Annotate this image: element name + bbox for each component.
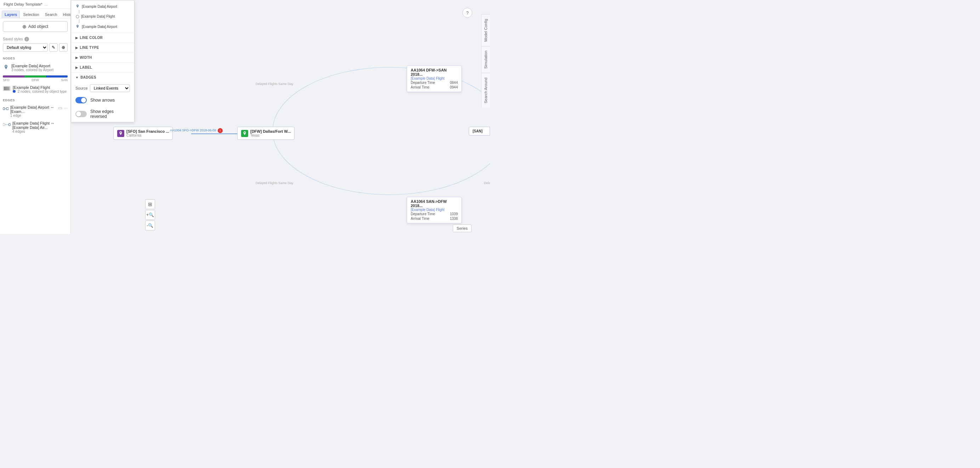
saved-styles-select[interactable]: Default styling	[3, 43, 48, 52]
zoom-out-btn[interactable]: -🔍	[145, 221, 155, 231]
edge-badge: 1	[218, 128, 223, 133]
info-box-top-link: [Example Data] Flight	[411, 76, 458, 80]
node-airport-icon	[3, 64, 9, 70]
right-tab-search-around[interactable]: Search Around	[482, 73, 490, 108]
section-line-type: ▶ LINE TYPE	[71, 43, 134, 53]
node-airport-desc: 3 nodes, colored by Airport	[11, 68, 68, 72]
canvas-node-san[interactable]: [SAN]	[469, 127, 490, 135]
dfw-icon	[241, 130, 248, 137]
edge-more-btn[interactable]: ···	[64, 105, 68, 110]
app-container: Flight Delay Template* ... Layers Select…	[0, 0, 490, 234]
svg-rect-2	[6, 108, 8, 110]
edge-flight-airport-desc: 4 edges	[13, 130, 68, 134]
label-header[interactable]: ▶ LABEL	[71, 63, 134, 72]
source-select[interactable]: Linked Events	[90, 84, 130, 92]
width-arrow: ▶	[75, 56, 78, 59]
node-flight-icon	[3, 86, 11, 91]
section-width: ▶ WIDTH	[71, 53, 134, 63]
zoom-in-btn[interactable]: +🔍	[145, 210, 155, 220]
edge-flight-airport-name: [Example Data] Flight ↔ [Example Data] A…	[13, 121, 68, 130]
right-tab-model-config[interactable]: Model Config	[482, 14, 490, 46]
edit-style-btn[interactable]: ✎	[49, 43, 58, 52]
sfo-title: [SFO] San Francisco ... California	[126, 129, 169, 137]
add-style-btn[interactable]: ⊕	[59, 43, 68, 52]
label-arrow: ▶	[75, 66, 78, 69]
svg-point-0	[3, 108, 5, 110]
line-type-header[interactable]: ▶ LINE TYPE	[71, 43, 134, 53]
chain-item-1: [Example Data] Flight	[75, 14, 130, 18]
svg-text:Delayed Flights Same Day: Delayed Flights Same Day	[484, 181, 490, 185]
fit-to-screen-btn[interactable]: ⊞	[145, 199, 155, 209]
canvas-node-sfo[interactable]: [SFO] San Francisco ... California	[113, 127, 173, 140]
edge-airport-flight-info: [Example Data] Airport ↔ [Exam... 1 edge	[10, 105, 56, 118]
node-airport[interactable]: [Example Data] Airport 3 nodes, colored …	[0, 62, 70, 74]
node-flight-name: [Example Data] Flight	[13, 85, 68, 89]
edge-airport-flight[interactable]: [Example Data] Airport ↔ [Exam... 1 edge…	[0, 103, 70, 119]
edge-airport-flight-icons	[3, 106, 8, 111]
svg-rect-3	[3, 124, 5, 126]
app-title-suffix: ...	[44, 2, 48, 6]
airport-color-labels: SFO DFW SAN	[0, 78, 70, 82]
saved-styles-label: Saved styles i	[3, 37, 68, 41]
chain-item-2: [Example Data] Airport	[75, 23, 130, 30]
info-box-bottom-link: [Example Data] Flight	[411, 208, 458, 212]
info-box-bottom-title: AA1064 SAN->DFW 2018...	[411, 199, 458, 208]
info-box-bottom: AA1064 SAN->DFW 2018... [Example Data] F…	[407, 197, 462, 223]
node-flight[interactable]: [Example Data] Flight 2 nodes, colored b…	[0, 83, 70, 96]
edges-section-header: EDGES	[0, 96, 70, 103]
edge-edit-btn[interactable]: ▭	[58, 105, 62, 110]
label-section-label: LABEL	[80, 65, 92, 69]
node-flight-desc: 2 nodes, colored by object type	[13, 89, 68, 94]
show-arrows-toggle[interactable]	[75, 97, 87, 103]
line-color-header[interactable]: ▶ LINE COLOR	[71, 33, 134, 43]
sidebar-tabs: Layers Selection Search Histogram Info «	[0, 9, 70, 18]
node-flight-info: [Example Data] Flight 2 nodes, colored b…	[13, 85, 68, 94]
info-row-departure2: Departure Time 1039	[411, 212, 458, 216]
section-badges: ▼ BADGES Source Linked Events Show arrow…	[71, 73, 134, 122]
line-color-label: LINE COLOR	[80, 36, 103, 40]
tab-selection[interactable]: Selection	[21, 11, 41, 18]
source-label: Source	[75, 86, 88, 90]
app-title-text: Flight Delay Template*	[3, 2, 43, 6]
add-object-button[interactable]: ⊕ Add object	[3, 21, 68, 32]
edge-flight-airport[interactable]: [Example Data] Flight ↔ [Example Data] A…	[0, 119, 70, 135]
edge-flight-airport-icons	[3, 122, 11, 127]
help-button[interactable]: ?	[462, 8, 472, 18]
section-line-color: ▶ LINE COLOR	[71, 33, 134, 43]
edge-airport-flight-actions: ▭ ···	[58, 105, 68, 110]
color-label-sfo: SFO	[3, 78, 10, 82]
edge-flight-airport-info: [Example Data] Flight ↔ [Example Data] A…	[13, 121, 68, 134]
canvas-area[interactable]: ? [Example Data] Airport [Example Data] …	[71, 0, 490, 234]
show-arrows-label: Show arrows	[90, 98, 115, 103]
series-button[interactable]: Series	[453, 224, 472, 232]
width-header[interactable]: ▶ WIDTH	[71, 53, 134, 62]
line-color-arrow: ▶	[75, 36, 78, 40]
sfo-icon	[117, 130, 124, 137]
color-label-san: SAN	[61, 78, 68, 82]
line-type-arrow: ▶	[75, 46, 78, 49]
svg-text:Delayed Flights Same Day: Delayed Flights Same Day	[256, 82, 293, 86]
show-edges-reversed-toggle[interactable]	[75, 111, 87, 117]
node-airport-info: [Example Data] Airport 3 nodes, colored …	[11, 64, 68, 72]
right-tab-simulation[interactable]: Simulation	[482, 46, 490, 73]
svg-text:Delayed Flights Same Day: Delayed Flights Same Day	[256, 181, 293, 185]
canvas-node-dfw[interactable]: [DFW] Dallas/Fort W... Texas	[237, 127, 294, 140]
tab-layers[interactable]: Layers	[2, 11, 20, 18]
line-type-label: LINE TYPE	[80, 46, 99, 49]
show-arrows-row: Show arrows	[71, 94, 134, 106]
section-label: ▶ LABEL	[71, 63, 134, 73]
svg-point-6	[76, 15, 79, 18]
badges-label: BADGES	[80, 75, 96, 79]
badges-header[interactable]: ▼ BADGES	[71, 73, 134, 82]
info-box-top-title: AA1064 DFW->SAN 2018...	[411, 68, 458, 76]
edge-airport-flight-name: [Example Data] Airport ↔ [Exam...	[10, 105, 56, 114]
saved-styles-section: Saved styles i Default styling ✎ ⊕	[0, 35, 70, 54]
sfo-header: [SFO] San Francisco ... California	[117, 129, 169, 137]
chain-item-0: [Example Data] Airport	[75, 3, 130, 10]
chain-section: [Example Data] Airport [Example Data] Fl…	[71, 0, 134, 33]
chain-label-1: [Example Data] Flight	[81, 14, 115, 18]
svg-point-5	[8, 124, 11, 126]
show-edges-reversed-row: Show edges reversed	[71, 106, 134, 122]
edge-label: AA1004 SFO->DFW 2018-06-09 1	[170, 128, 223, 133]
tab-search[interactable]: Search	[43, 11, 60, 18]
